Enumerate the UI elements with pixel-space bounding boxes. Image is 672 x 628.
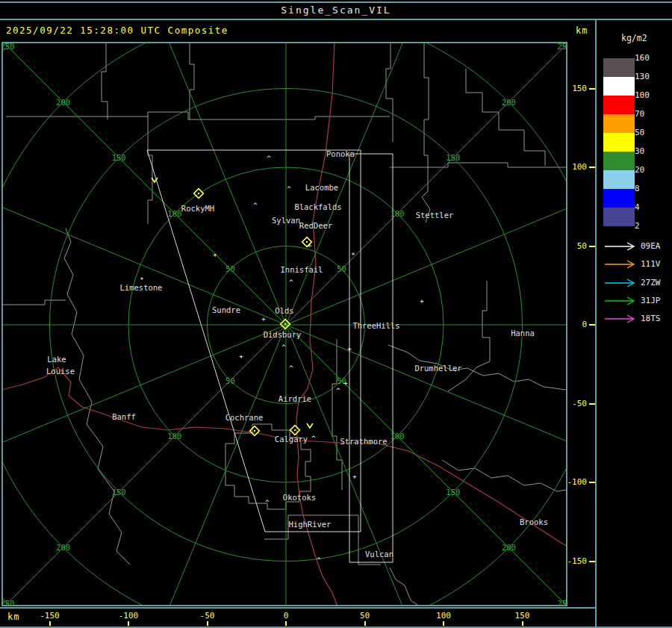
y-axis-tick-mark [589,167,595,168]
ring-distance-label: 150 [446,488,460,497]
scale-value-label: 8 [635,184,640,194]
town-marker: * [351,252,355,259]
city-label: Blackfalds [294,202,341,211]
city-label: Hanna [511,329,535,338]
ring-distance-label: 250 [1,599,14,606]
map-canvas: 5050505010010010010015015015015020020020… [1,42,567,606]
city-label: ThreeHills [352,321,399,330]
city-label: Airdrie [279,394,311,403]
city-label: Vulcan [365,550,393,559]
bottom-bar-line [0,607,596,609]
x-axis-tick-label: -150 [32,611,68,621]
town-marker: ^ [265,500,269,506]
town-marker: ^ [311,435,315,442]
city-label: Calgary [275,435,308,444]
city-label: Didsbury [264,330,302,339]
scale-value-label: 30 [635,146,644,157]
y-axis-tick-mark [589,482,595,483]
city-label: Cochrane [225,413,264,422]
y-axis-tick-label: -100 [554,477,587,488]
ring-distance-label: 250 [558,599,568,606]
city-label: Sylvan [272,216,300,225]
scale-swatch [603,170,635,189]
x-axis-tick-mark [207,621,208,626]
city-label: Innisfail [281,265,323,274]
y-axis-tick-label: -150 [554,556,587,567]
x-axis-unit-label: km [7,612,19,622]
radar-arrow-icon [603,314,636,323]
y-axis-tick-label: 0 [554,320,587,330]
city-label: Drumheller [414,364,461,373]
city-label: Stettler [416,211,454,220]
y-axis-tick-label: 150 [554,84,587,94]
town-marker: ^ [287,186,290,193]
scale-value-label: 130 [635,72,650,82]
radar-arrow-icon [603,296,636,305]
town-marker: + [352,473,356,480]
city-label: Banff [112,412,136,421]
ring-distance-label: 50 [225,376,235,385]
town-marker: ^ [317,557,320,564]
x-axis-tick-label: 150 [505,611,541,621]
x-axis-tick-label: 100 [426,611,461,621]
ring-distance-label: 100 [391,432,405,441]
ring-distance-label: 200 [56,98,70,107]
x-axis-tick-mark [522,621,523,626]
city-label: Strathmore [340,437,387,446]
x-axis-tick-mark [443,621,444,626]
city-label: Okotoks [283,493,316,502]
town-marker: ^ [289,365,293,372]
city-label: Lake [47,355,66,364]
scale-unit-label: kg/m2 [621,33,647,43]
ring-distance-label: 100 [391,209,405,218]
y-axis-tick-mark [589,246,595,247]
radar-arrow-icon [603,242,636,251]
x-axis-tick-mark [364,621,366,626]
radar-id-label: 09EA [641,242,661,251]
y-axis-tick-mark [589,403,595,405]
ring-distance-label: 150 [446,153,460,162]
ring-distance-label: 250 [1,42,14,51]
city-label: Lacombe [305,183,338,192]
y-axis-tick-label: 50 [554,241,587,252]
radar-id-label: 18TS [641,314,661,323]
scale-value-label: 20 [635,165,644,175]
town-marker: ^ [281,344,285,351]
scale-swatch [603,152,635,170]
city-label: Louise [46,367,75,376]
ring-distance-label: 250 [558,42,568,51]
x-axis-tick-label: -100 [111,611,146,621]
ring-distance-label: 150 [112,153,126,162]
radar-id-label: 111V [641,260,661,269]
ring-distance-label: 200 [502,98,516,107]
town-marker: + [261,316,265,323]
y-axis-tick-mark [589,324,595,326]
frame-line-top [0,1,672,3]
town-marker: + [343,380,347,387]
y-axis-tick-label: -50 [554,399,587,409]
ring-distance-label: 50 [337,264,346,273]
radar-id-label: 31JP [641,296,661,305]
radar-viewer-window: Single_Scan_VIL 2025/09/22 15:28:00 UTC … [0,0,672,628]
scale-value-label: 50 [635,128,644,138]
x-axis-tick-mark [49,621,51,626]
radar-id-label: 27ZW [641,279,661,287]
legend-panel: kg/m2 1601301007050302084209EA111V27ZW31… [596,0,672,628]
page-title: Single_Scan_VIL [0,4,672,16]
x-axis-tick-mark [285,621,287,626]
scale-swatch [603,96,635,114]
town-marker: + [347,346,351,352]
town-marker: ^ [336,388,340,394]
town-marker: + [213,252,217,258]
scale-value-label: 70 [635,109,644,119]
scale-swatch [603,208,635,226]
city-label: RockyMH [181,204,214,213]
ring-distance-label: 200 [502,543,516,552]
ring-distance-label: 100 [167,209,181,218]
x-axis-tick-label: 0 [268,611,304,621]
town-marker: + [239,353,243,360]
city-label: Limestone [120,283,163,292]
y-axis-tick-mark [589,561,595,562]
city-label: Ponoka [326,149,355,158]
x-axis-tick-mark [128,621,129,626]
